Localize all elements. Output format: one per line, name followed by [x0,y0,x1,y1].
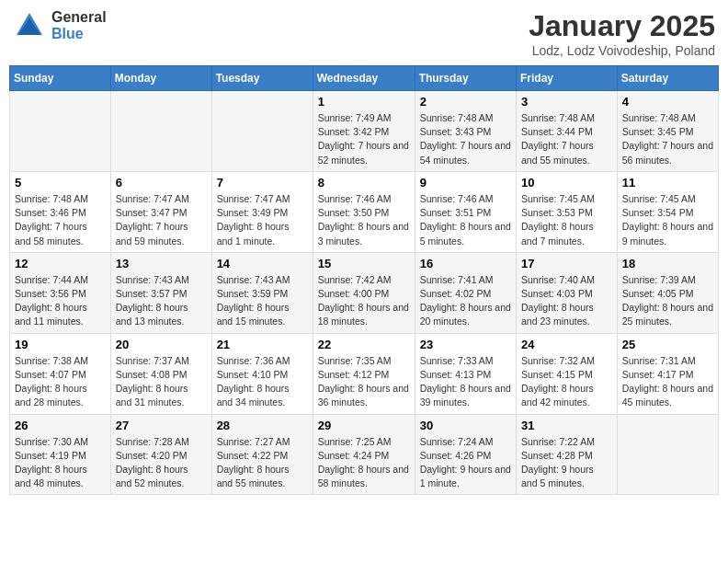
day-info: Sunrise: 7:37 AM Sunset: 4:08 PM Dayligh… [116,354,207,410]
calendar-cell: 5Sunrise: 7:48 AM Sunset: 3:46 PM Daylig… [10,171,111,252]
calendar-table: SundayMondayTuesdayWednesdayThursdayFrid… [9,65,719,495]
day-number: 21 [217,338,308,351]
calendar-cell: 26Sunrise: 7:30 AM Sunset: 4:19 PM Dayli… [10,414,111,495]
calendar-cell [211,91,313,172]
day-info: Sunrise: 7:46 AM Sunset: 3:51 PM Dayligh… [420,192,511,248]
day-number: 9 [420,176,511,190]
day-number: 6 [116,176,207,190]
logo-text: General Blue [51,9,107,41]
day-number: 24 [521,338,612,351]
calendar-week-row: 5Sunrise: 7:48 AM Sunset: 3:46 PM Daylig… [10,171,719,252]
calendar-cell: 21Sunrise: 7:36 AM Sunset: 4:10 PM Dayli… [211,333,313,414]
day-number: 31 [521,419,612,432]
day-number: 12 [15,257,106,270]
title-block: January 2025 Lodz, Lodz Voivodeship, Pol… [529,9,715,58]
calendar-cell: 1Sunrise: 7:49 AM Sunset: 3:42 PM Daylig… [313,91,415,172]
calendar-cell: 25Sunrise: 7:31 AM Sunset: 4:17 PM Dayli… [617,333,718,414]
day-info: Sunrise: 7:48 AM Sunset: 3:44 PM Dayligh… [521,111,612,167]
calendar-subtitle: Lodz, Lodz Voivodeship, Poland [529,43,715,58]
day-number: 17 [521,257,612,270]
day-info: Sunrise: 7:47 AM Sunset: 3:49 PM Dayligh… [217,192,308,248]
calendar-cell: 11Sunrise: 7:45 AM Sunset: 3:54 PM Dayli… [617,171,718,252]
day-number: 20 [116,338,207,351]
day-number: 28 [217,419,308,432]
day-number: 30 [420,419,511,432]
day-number: 1 [318,95,410,109]
calendar-cell: 7Sunrise: 7:47 AM Sunset: 3:49 PM Daylig… [211,171,313,252]
calendar-cell: 6Sunrise: 7:47 AM Sunset: 3:47 PM Daylig… [110,171,211,252]
day-number: 18 [622,257,713,270]
calendar-cell: 17Sunrise: 7:40 AM Sunset: 4:03 PM Dayli… [517,252,618,333]
day-info: Sunrise: 7:42 AM Sunset: 4:00 PM Dayligh… [318,273,410,329]
calendar-cell: 29Sunrise: 7:25 AM Sunset: 4:24 PM Dayli… [313,414,415,495]
day-info: Sunrise: 7:43 AM Sunset: 3:57 PM Dayligh… [116,273,207,329]
calendar-week-row: 1Sunrise: 7:49 AM Sunset: 3:42 PM Daylig… [10,91,719,172]
weekday-header: Tuesday [211,66,313,91]
calendar-cell [10,91,111,172]
day-number: 19 [15,338,106,351]
calendar-cell: 16Sunrise: 7:41 AM Sunset: 4:02 PM Dayli… [415,252,516,333]
day-number: 5 [15,176,106,190]
day-info: Sunrise: 7:31 AM Sunset: 4:17 PM Dayligh… [622,354,713,410]
day-info: Sunrise: 7:27 AM Sunset: 4:22 PM Dayligh… [217,435,308,491]
day-number: 14 [217,257,308,270]
weekday-header: Monday [110,66,211,91]
calendar-cell: 18Sunrise: 7:39 AM Sunset: 4:05 PM Dayli… [617,252,718,333]
calendar-cell: 13Sunrise: 7:43 AM Sunset: 3:57 PM Dayli… [110,252,211,333]
day-info: Sunrise: 7:41 AM Sunset: 4:02 PM Dayligh… [420,273,511,329]
calendar-cell: 9Sunrise: 7:46 AM Sunset: 3:51 PM Daylig… [415,171,516,252]
day-info: Sunrise: 7:44 AM Sunset: 3:56 PM Dayligh… [15,273,106,329]
day-info: Sunrise: 7:47 AM Sunset: 3:47 PM Dayligh… [116,192,207,248]
weekday-header: Saturday [617,66,718,91]
day-info: Sunrise: 7:30 AM Sunset: 4:19 PM Dayligh… [15,435,106,491]
logo-general: General [51,9,107,26]
calendar-title: January 2025 [529,9,715,43]
weekday-header: Sunday [10,66,111,91]
calendar-cell: 27Sunrise: 7:28 AM Sunset: 4:20 PM Dayli… [110,414,211,495]
weekday-header: Thursday [415,66,516,91]
calendar-cell [110,91,211,172]
logo-blue: Blue [51,26,107,42]
calendar-cell: 8Sunrise: 7:46 AM Sunset: 3:50 PM Daylig… [313,171,415,252]
weekday-header-row: SundayMondayTuesdayWednesdayThursdayFrid… [10,66,719,91]
calendar-week-row: 26Sunrise: 7:30 AM Sunset: 4:19 PM Dayli… [10,414,719,495]
day-info: Sunrise: 7:36 AM Sunset: 4:10 PM Dayligh… [217,354,308,410]
weekday-header: Friday [517,66,618,91]
logo: General Blue [13,9,107,42]
logo-icon [13,9,46,42]
calendar-cell: 23Sunrise: 7:33 AM Sunset: 4:13 PM Dayli… [415,333,516,414]
day-number: 8 [318,176,410,190]
day-info: Sunrise: 7:48 AM Sunset: 3:46 PM Dayligh… [15,192,106,248]
day-number: 27 [116,419,207,432]
day-number: 25 [622,338,713,351]
day-number: 7 [217,176,308,190]
day-info: Sunrise: 7:28 AM Sunset: 4:20 PM Dayligh… [116,435,207,491]
day-number: 4 [622,95,713,109]
calendar-cell: 30Sunrise: 7:24 AM Sunset: 4:26 PM Dayli… [415,414,516,495]
calendar-week-row: 12Sunrise: 7:44 AM Sunset: 3:56 PM Dayli… [10,252,719,333]
calendar-cell: 31Sunrise: 7:22 AM Sunset: 4:28 PM Dayli… [517,414,618,495]
day-number: 23 [420,338,511,351]
day-number: 15 [318,257,410,270]
day-info: Sunrise: 7:32 AM Sunset: 4:15 PM Dayligh… [521,354,612,410]
calendar-cell: 20Sunrise: 7:37 AM Sunset: 4:08 PM Dayli… [110,333,211,414]
day-number: 11 [622,176,713,190]
calendar-cell: 28Sunrise: 7:27 AM Sunset: 4:22 PM Dayli… [211,414,313,495]
calendar-cell: 3Sunrise: 7:48 AM Sunset: 3:44 PM Daylig… [517,91,618,172]
calendar-cell: 15Sunrise: 7:42 AM Sunset: 4:00 PM Dayli… [313,252,415,333]
day-number: 29 [318,419,410,432]
day-info: Sunrise: 7:35 AM Sunset: 4:12 PM Dayligh… [318,354,410,410]
calendar-cell: 24Sunrise: 7:32 AM Sunset: 4:15 PM Dayli… [517,333,618,414]
calendar-cell: 10Sunrise: 7:45 AM Sunset: 3:53 PM Dayli… [517,171,618,252]
day-info: Sunrise: 7:39 AM Sunset: 4:05 PM Dayligh… [622,273,713,329]
calendar-week-row: 19Sunrise: 7:38 AM Sunset: 4:07 PM Dayli… [10,333,719,414]
day-number: 10 [521,176,612,190]
page-header: General Blue January 2025 Lodz, Lodz Voi… [9,9,719,58]
calendar-cell: 12Sunrise: 7:44 AM Sunset: 3:56 PM Dayli… [10,252,111,333]
day-info: Sunrise: 7:43 AM Sunset: 3:59 PM Dayligh… [217,273,308,329]
weekday-header: Wednesday [313,66,415,91]
calendar-cell: 2Sunrise: 7:48 AM Sunset: 3:43 PM Daylig… [415,91,516,172]
calendar-cell: 14Sunrise: 7:43 AM Sunset: 3:59 PM Dayli… [211,252,313,333]
day-number: 16 [420,257,511,270]
day-info: Sunrise: 7:46 AM Sunset: 3:50 PM Dayligh… [318,192,410,248]
